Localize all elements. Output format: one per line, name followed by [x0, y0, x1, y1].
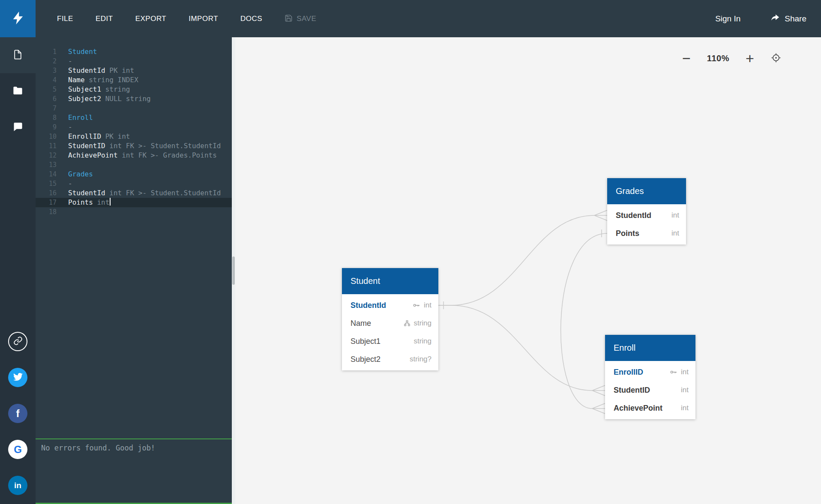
- app-logo[interactable]: [0, 0, 36, 37]
- menu-file[interactable]: FILE: [57, 15, 73, 23]
- schema-editor[interactable]: 1Student 2- 3StudentId PK int 4Name stri…: [36, 37, 232, 438]
- sidebar-item-schema[interactable]: [0, 37, 36, 73]
- share-label: Share: [785, 14, 806, 24]
- code-line[interactable]: 1Student: [36, 47, 232, 57]
- sidebar-item-diagrams[interactable]: [0, 73, 36, 109]
- code-token: StudentId: [68, 188, 105, 198]
- code-line[interactable]: 17Points int: [36, 198, 232, 207]
- relationship-student-grades[interactable]: [438, 215, 594, 305]
- code-line[interactable]: 15-: [36, 179, 232, 188]
- copy-link-button[interactable]: [8, 332, 27, 351]
- line-number: 12: [36, 151, 68, 160]
- index-icon: [404, 320, 410, 326]
- code-line[interactable]: 7: [36, 104, 232, 113]
- code-line[interactable]: 11StudentID int FK >- Student.StudentId: [36, 141, 232, 151]
- entity-grades[interactable]: Grades StudentId int Points int: [607, 178, 686, 245]
- code-line[interactable]: 8Enroll: [36, 113, 232, 122]
- line-number: 13: [36, 160, 68, 170]
- entity-enroll[interactable]: Enroll EnrollID int StudentID int Achiev…: [605, 335, 695, 419]
- code-line[interactable]: 4Name string INDEX: [36, 75, 232, 85]
- code-line[interactable]: 3StudentId PK int: [36, 66, 232, 75]
- field-type: string: [413, 319, 431, 328]
- crosshair-icon: [770, 52, 782, 65]
- save-icon: [285, 14, 293, 24]
- code-line[interactable]: 16StudentId int FK >- Student.StudentId: [36, 188, 232, 198]
- line-number: 7: [36, 104, 68, 113]
- code-token: StudentID: [68, 141, 105, 151]
- code-token: Student: [68, 47, 97, 57]
- code-token: StudentId: [68, 66, 105, 75]
- many-marker: [592, 403, 605, 414]
- sidebar-item-feedback[interactable]: [0, 109, 36, 145]
- code-token: Points: [68, 198, 93, 207]
- field-type: string?: [410, 355, 431, 364]
- code-line[interactable]: 13: [36, 160, 232, 170]
- code-line[interactable]: 18: [36, 207, 232, 217]
- document-icon: [12, 49, 24, 62]
- twitter-icon: [13, 372, 23, 383]
- entity-header[interactable]: Student: [342, 268, 438, 294]
- entity-field-row: StudentId int: [342, 296, 438, 314]
- entity-field-row: Subject2 string?: [342, 350, 438, 368]
- code-line[interactable]: 6Subject2 NULL string: [36, 94, 232, 104]
- menu-export[interactable]: EXPORT: [135, 15, 167, 23]
- center-diagram-button[interactable]: [770, 52, 782, 65]
- field-name: Points: [616, 229, 639, 238]
- facebook-button[interactable]: f: [8, 404, 27, 423]
- field-name: Name: [351, 319, 371, 328]
- entity-body: StudentId int Points int: [607, 204, 686, 245]
- code-token: Subject1: [68, 85, 101, 94]
- code-token: PK int: [105, 66, 134, 75]
- code-token: int: [93, 198, 110, 207]
- menu-docs[interactable]: DOCS: [240, 15, 262, 23]
- field-name: AchievePoint: [614, 404, 662, 413]
- save-label: SAVE: [297, 15, 316, 23]
- field-type: int: [671, 229, 679, 238]
- line-number: 14: [36, 170, 68, 179]
- icon-sidebar: f G in: [0, 37, 36, 504]
- menu-edit[interactable]: EDIT: [96, 15, 113, 23]
- entity-header[interactable]: Grades: [607, 178, 686, 204]
- menu-import[interactable]: IMPORT: [189, 15, 218, 23]
- field-type: int: [681, 368, 689, 376]
- code-token: AchievePoint: [68, 151, 118, 160]
- diagram-canvas[interactable]: − 110% + Student StudentId int Name stri…: [235, 37, 821, 504]
- entity-header[interactable]: Enroll: [605, 335, 695, 361]
- line-number: 3: [36, 66, 68, 75]
- scrollbar-handle[interactable]: [232, 256, 235, 285]
- code-token: int FK >- Student.StudentId: [105, 141, 221, 151]
- line-number: 11: [36, 141, 68, 151]
- line-number: 8: [36, 113, 68, 122]
- save-button[interactable]: SAVE: [285, 14, 316, 24]
- code-line[interactable]: 2-: [36, 57, 232, 66]
- entity-student[interactable]: Student StudentId int Name string Subjec…: [342, 268, 438, 370]
- status-message: No errors found. Good job!: [41, 444, 155, 452]
- code-line[interactable]: 14Grades: [36, 170, 232, 179]
- editor-scrollbar[interactable]: [232, 37, 235, 504]
- relationship-student-enroll[interactable]: [438, 305, 592, 391]
- twitter-button[interactable]: [8, 368, 27, 387]
- line-number: 15: [36, 179, 68, 188]
- code-token: PK int: [101, 132, 130, 141]
- line-number: 17: [36, 198, 68, 207]
- sign-in-button[interactable]: Sign In: [715, 14, 740, 24]
- code-line[interactable]: 12AchievePoint int FK >- Grades.Points: [36, 151, 232, 160]
- link-icon: [13, 336, 23, 347]
- code-line[interactable]: 10EnrollID PK int: [36, 132, 232, 141]
- code-line[interactable]: 9-: [36, 122, 232, 132]
- share-button[interactable]: Share: [770, 13, 806, 25]
- field-type: string: [413, 337, 431, 346]
- linkedin-button[interactable]: in: [8, 476, 27, 495]
- field-type: int: [681, 386, 689, 394]
- zoom-out-button[interactable]: −: [682, 51, 691, 66]
- many-marker: [594, 210, 607, 221]
- facebook-icon: f: [16, 409, 20, 419]
- zoom-controls: − 110% +: [682, 51, 782, 66]
- code-token: -: [68, 122, 72, 132]
- relationship-grades-enroll[interactable]: [561, 233, 607, 409]
- code-line[interactable]: 5Subject1 string: [36, 85, 232, 94]
- zoom-in-button[interactable]: +: [746, 51, 754, 66]
- google-button[interactable]: G: [8, 440, 27, 459]
- chat-icon: [12, 121, 24, 134]
- code-token: NULL string: [101, 94, 151, 104]
